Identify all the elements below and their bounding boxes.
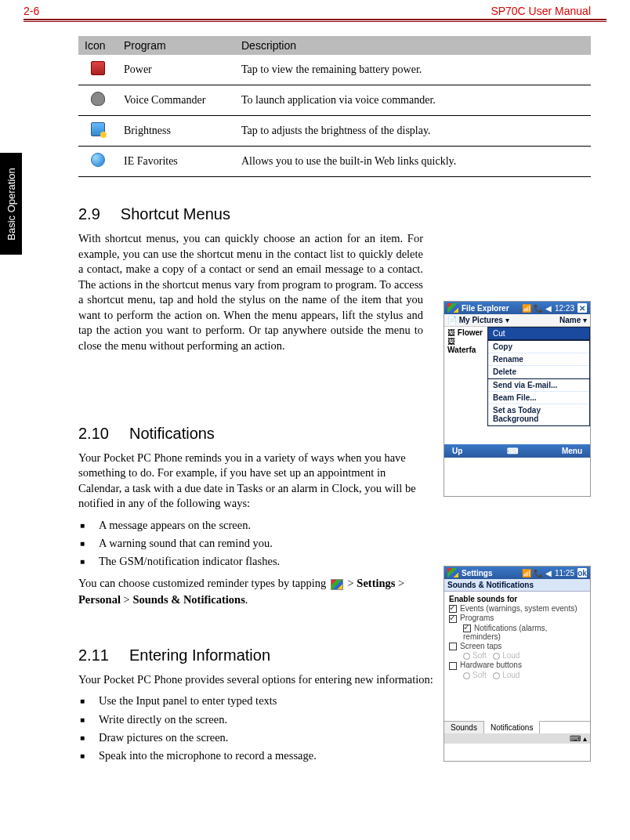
program-name: Brightness [118, 116, 235, 147]
section-number: 2.10 [78, 425, 109, 443]
table-row: Voice Commander To launch application vi… [78, 85, 591, 116]
clock: 11:25 [555, 569, 574, 578]
program-name: Voice Commander [118, 85, 235, 116]
text: You can choose customized reminder types… [78, 577, 329, 589]
table-row: Power Tap to view the remaining battery … [78, 55, 591, 85]
window-title: File Explorer [462, 304, 509, 313]
opt-hardware: Hardware buttons [460, 661, 522, 669]
program-desc: Tap to view the remaining battery power. [235, 55, 591, 85]
radio-icon [493, 653, 500, 660]
section-title: Shortcut Menus [121, 205, 230, 223]
col-icon: Icon [78, 36, 118, 55]
program-desc: Allows you to use the built-in Web links… [235, 147, 591, 177]
section-number: 2.11 [78, 646, 109, 664]
opt-programs: Programs [460, 614, 494, 622]
opt-screentaps: Screen taps [460, 642, 501, 650]
ok-button: ok [578, 568, 587, 578]
section-2-10-intro: Your Pocket PC Phone reminds you in a va… [78, 451, 423, 512]
checkbox-icon [449, 643, 457, 650]
settings-label: Settings [357, 577, 395, 589]
section-2-9-body: With shortcut menus, you can quickly cho… [78, 231, 423, 354]
item-waterfa: Waterfa [447, 346, 476, 354]
list-item: Use the Input panel to enter typed texts [78, 692, 591, 710]
context-cut: Cut [487, 327, 590, 340]
context-email: Send via E-mail... [488, 379, 589, 392]
start-flag-icon [447, 568, 458, 578]
panel-title: Sounds & Notifications [444, 579, 590, 592]
start-flag-icon [447, 303, 458, 313]
globe-icon [91, 153, 105, 167]
input-options-list: Use the Input panel to enter typed texts… [78, 692, 591, 765]
start-flag-icon [331, 579, 343, 590]
close-icon: ✕ [578, 303, 587, 313]
section-title: Notifications [129, 425, 215, 443]
voice-icon [91, 92, 105, 106]
item-flower: Flower [458, 328, 483, 337]
notifications-list: A message appears on the screen. A warni… [78, 516, 423, 571]
context-delete: Delete [488, 366, 589, 378]
keyboard-icon: ⌨ [507, 447, 518, 455]
file-explorer-screenshot: File Explorer 📶 📞 ◀12:23✕ 📄 My Pictures … [444, 301, 591, 497]
list-item: Draw pictures on the screen. [78, 729, 591, 747]
checkbox-icon [449, 662, 457, 670]
sort-label: Name [559, 316, 581, 324]
brightness-icon [91, 122, 105, 136]
checkbox-icon [449, 615, 457, 623]
list-item: A message appears on the screen. [78, 516, 423, 534]
section-number: 2.9 [78, 205, 100, 223]
radio-icon [463, 653, 470, 660]
context-background: Set as Today Background [488, 404, 589, 425]
program-desc: Tap to adjusts the brightness of the dis… [235, 116, 591, 147]
radio-soft: Soft [472, 671, 487, 679]
radio-loud: Loud [502, 651, 520, 660]
section-title: Entering Information [129, 646, 270, 664]
table-row: IE Favorites Allows you to use the built… [78, 147, 591, 177]
col-program: Program [118, 36, 235, 55]
radio-icon [463, 672, 470, 679]
personal-label: Personal [78, 593, 121, 606]
text: > [121, 593, 132, 606]
reminder-path: You can choose customized reminder types… [78, 575, 423, 607]
program-name: IE Favorites [118, 147, 235, 177]
manual-title: SP70C User Manual [491, 5, 591, 17]
text: . [245, 593, 248, 606]
list-item: The GSM/notification indicator flashes. [78, 552, 423, 570]
radio-loud: Loud [502, 671, 520, 679]
context-rename: Rename [488, 353, 589, 366]
list-item: A warning sound that can remind you. [78, 534, 423, 552]
opt-events: Events (warnings, system events) [460, 604, 578, 613]
window-title: Settings [462, 569, 492, 578]
text: > [395, 577, 404, 589]
page-number: 2-6 [24, 5, 39, 17]
context-copy: Copy [488, 341, 589, 353]
folder-name: My Pictures [459, 316, 503, 324]
sounds-label: Sounds & Notifications [132, 593, 244, 606]
clock: 12:23 [555, 304, 574, 313]
radio-icon [493, 672, 500, 679]
col-description: Description [235, 36, 591, 55]
list-item: Speak into the microphone to record a me… [78, 747, 591, 765]
softkey-up: Up [452, 447, 462, 455]
program-desc: To launch application via voice commande… [235, 85, 591, 116]
power-icon [91, 61, 105, 75]
program-name: Power [118, 55, 235, 85]
checkbox-icon [463, 625, 471, 632]
section-2-9-heading: 2.9 Shortcut Menus [78, 205, 591, 223]
context-beam: Beam File... [488, 392, 589, 404]
radio-soft: Soft [472, 651, 487, 660]
text: > [345, 577, 357, 589]
enable-label: Enable sounds for [449, 595, 585, 603]
list-item: Write directly on the screen. [78, 711, 591, 729]
table-row: Brightness Tap to adjusts the brightness… [78, 116, 591, 147]
opt-notifications: Notifications (alarms, reminders) [463, 624, 547, 641]
softkey-menu: Menu [562, 447, 582, 455]
programs-table: Icon Program Description Power Tap to vi… [78, 36, 591, 177]
